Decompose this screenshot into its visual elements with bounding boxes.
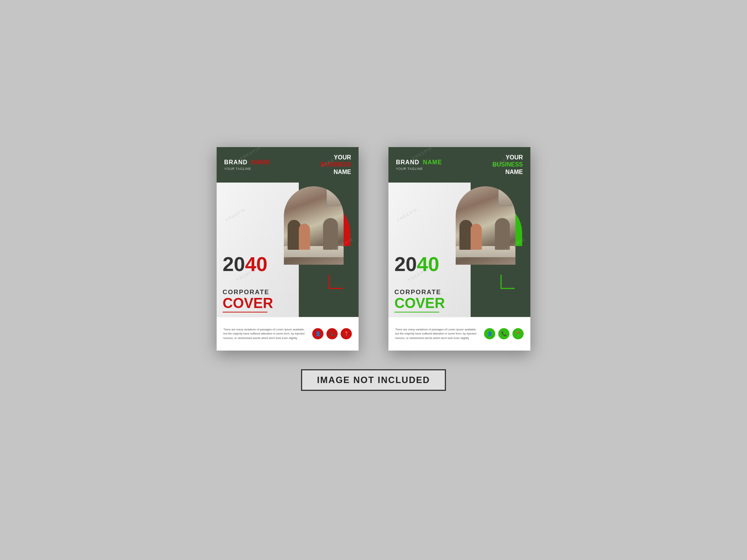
icon-phone-red[interactable]: 📞 — [326, 328, 338, 339]
year-red: 2040 — [223, 254, 267, 274]
cover-header-red: FREEPIK FREEPIK BRAND NAME YOUR TAGLINE … — [217, 147, 359, 183]
bracket-vertical-red — [329, 275, 330, 289]
person2-green — [471, 224, 482, 250]
footer-body-red: There are many variations of passages of… — [223, 327, 308, 340]
meeting-photo-red — [284, 186, 344, 265]
brand-tagline-green: YOUR TAGLINE — [396, 167, 442, 171]
wall-art-green — [498, 188, 512, 206]
corporate-label-green: CORPORATE — [394, 289, 445, 296]
corporate-label-red: CORPORATE — [223, 289, 273, 296]
biz-line2-green: BUSINESS — [492, 161, 523, 168]
cover-header-green: FREEPIK FREEPIK BRAND NAME YOUR TAGLINE … — [388, 147, 530, 183]
cover-word-green: COVER — [394, 296, 445, 310]
red-cover: FREEPIK FREEPIK BRAND NAME YOUR TAGLINE … — [217, 147, 359, 351]
title-underline-green — [394, 312, 439, 312]
biz-line2-red: BUSINESS — [320, 161, 351, 168]
green-cover: FREEPIK FREEPIK BRAND NAME YOUR TAGLINE … — [388, 147, 530, 351]
person3-green — [495, 218, 510, 250]
image-arch-green — [456, 186, 515, 265]
footer-icons-red: 👤 📞 📍 — [312, 328, 352, 339]
icon-location-green[interactable]: 📍 — [512, 328, 524, 339]
business-name-red: YOUR BUSINESS NAME — [320, 154, 351, 175]
bracket-horizontal-green — [500, 288, 515, 289]
bracket-vertical-green — [500, 275, 502, 289]
icon-person-red[interactable]: 👤 — [312, 328, 323, 339]
cover-footer-green: There are many variations of passages of… — [388, 317, 530, 351]
brand-block-red: BRAND NAME YOUR TAGLINE — [224, 159, 270, 171]
image-not-included-badge: IMAGE NOT INCLUDED — [301, 369, 446, 391]
icon-person-green[interactable]: 👤 — [484, 328, 495, 339]
watermark-green-1: FREEPIK — [411, 145, 433, 161]
year-suffix-green: 40 — [417, 253, 439, 275]
main-container: FREEPIK FREEPIK BRAND NAME YOUR TAGLINE … — [0, 0, 747, 560]
business-name-green: YOUR BUSINESS NAME — [492, 154, 523, 175]
bracket-horizontal-red — [329, 288, 343, 289]
cover-title-block-green: CORPORATE COVER — [394, 289, 445, 312]
footer-text-red: There are many variations of passages of… — [223, 327, 312, 340]
brand-accent-green: NAME — [423, 159, 442, 165]
year-green: 2040 — [394, 254, 439, 274]
image-arch-red — [284, 186, 344, 265]
year-prefix-green: 20 — [394, 253, 417, 275]
brand-word-green: BRAND — [396, 159, 419, 165]
badge-container: IMAGE NOT INCLUDED — [301, 369, 446, 391]
brand-name-red: BRAND NAME — [224, 159, 270, 166]
brand-name-green: BRAND NAME — [396, 159, 442, 166]
cover-content-green: FREEPIK FREEPIK FREEPIK — [388, 183, 530, 317]
year-suffix-red: 40 — [245, 253, 267, 275]
brand-accent-red: NAME — [251, 159, 270, 165]
person2-red — [299, 224, 310, 250]
icon-phone-green[interactable]: 📞 — [498, 328, 509, 339]
cover-content-red: FREEPIK FREEPIK FREEPIK — [217, 183, 359, 317]
cover-title-block-red: CORPORATE COVER — [223, 289, 273, 312]
bracket-red — [329, 272, 345, 289]
icon-location-red[interactable]: 📍 — [341, 328, 352, 339]
footer-text-green: There are many variations of passages of… — [395, 327, 484, 340]
meeting-photo-green — [456, 186, 515, 265]
covers-row: FREEPIK FREEPIK BRAND NAME YOUR TAGLINE … — [217, 147, 530, 351]
cover-footer-red: There are many variations of passages of… — [217, 317, 359, 351]
footer-body-green: There are many variations of passages of… — [395, 327, 480, 340]
biz-line3-red: NAME — [320, 168, 351, 175]
footer-icons-green: 👤 📞 📍 — [484, 328, 524, 339]
biz-line1-green: YOUR — [492, 154, 523, 161]
brand-block-green: BRAND NAME YOUR TAGLINE — [396, 159, 442, 171]
brand-tagline-red: YOUR TAGLINE — [224, 167, 270, 171]
biz-line3-green: NAME — [492, 168, 523, 175]
wall-art-red — [326, 188, 341, 206]
cover-word-red: COVER — [223, 296, 273, 310]
badge-text: IMAGE NOT INCLUDED — [317, 375, 430, 385]
biz-line1-red: YOUR — [320, 154, 351, 161]
year-prefix-red: 20 — [223, 253, 245, 275]
person3-red — [323, 218, 338, 250]
title-underline-red — [223, 312, 267, 312]
brand-word-red: BRAND — [224, 159, 248, 165]
bracket-green — [500, 272, 517, 289]
watermark-red-1: FREEPIK — [239, 145, 261, 161]
